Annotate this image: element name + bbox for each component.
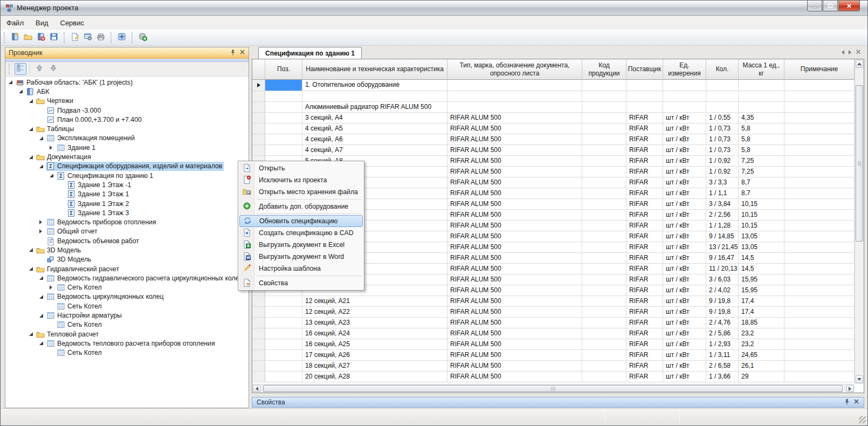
- cell-mass[interactable]: [739, 91, 784, 102]
- vscroll-thumb[interactable]: [856, 85, 863, 242]
- cell-type[interactable]: RIFAR ALUM 500: [447, 350, 582, 361]
- tree-item[interactable]: Рабочая область: 'АБК' (1 projects): [5, 78, 249, 87]
- cell-pos[interactable]: [265, 80, 302, 91]
- expander-closed-icon[interactable]: [39, 220, 42, 224]
- column-header[interactable]: Поставщик: [626, 59, 663, 80]
- cell-code[interactable]: [582, 199, 626, 210]
- close-button[interactable]: [838, 1, 860, 11]
- menu-сервис[interactable]: Сервис: [54, 17, 91, 29]
- cell-note[interactable]: [784, 177, 855, 188]
- cell-name[interactable]: 4 секций, А6: [302, 134, 447, 145]
- column-header[interactable]: Кол.: [706, 59, 739, 80]
- cell-code[interactable]: [582, 145, 626, 156]
- cell-supplier[interactable]: RIFAR: [626, 199, 663, 210]
- expander-open-icon[interactable]: [19, 90, 23, 93]
- hscroll-thumb[interactable]: [263, 385, 843, 392]
- tree-item[interactable]: ΣЗдание 1 Этаж 3: [5, 208, 249, 217]
- cell-supplier[interactable]: RIFAR: [626, 221, 663, 231]
- tree-item[interactable]: Ведомость теплового расчета приборов ото…: [5, 339, 249, 348]
- cell-note[interactable]: [784, 134, 855, 145]
- cell-type[interactable]: [447, 91, 582, 102]
- cell-code[interactable]: [582, 177, 626, 188]
- cell-code[interactable]: [582, 328, 626, 339]
- expander-open-icon[interactable]: [39, 295, 43, 299]
- cell-mass[interactable]: 10,15: [739, 210, 784, 221]
- tree-item[interactable]: АБК: [5, 87, 249, 96]
- cell-code[interactable]: [582, 134, 626, 145]
- cell-unit[interactable]: [663, 80, 706, 91]
- cell-unit[interactable]: шт / кВт: [663, 231, 706, 242]
- cell-pos[interactable]: [265, 307, 302, 318]
- cell-type[interactable]: RIFAR ALUM 500: [447, 156, 582, 167]
- tab-close-icon[interactable]: [856, 49, 861, 56]
- tree-item-content[interactable]: 3D Модель: [46, 255, 93, 264]
- cell-supplier[interactable]: RIFAR: [626, 307, 663, 318]
- cell-unit[interactable]: [663, 91, 706, 102]
- cell-code[interactable]: [582, 372, 626, 382]
- cell-code[interactable]: [582, 361, 626, 372]
- maximize-button[interactable]: [823, 1, 838, 11]
- cell-mass[interactable]: 15,95: [739, 285, 784, 296]
- cell-note[interactable]: [784, 264, 855, 274]
- context-menu-item[interactable]: WВыгрузить документ в Word: [239, 251, 363, 263]
- row-selector-cell[interactable]: [252, 91, 265, 102]
- tree-item[interactable]: Чертежи: [5, 97, 249, 106]
- cell-unit[interactable]: шт / кВт: [663, 221, 706, 231]
- cell-note[interactable]: [784, 361, 855, 372]
- tree-item[interactable]: ΣЗдание 1 Этаж 1: [5, 190, 249, 199]
- cell-type[interactable]: RIFAR ALUM 500: [447, 113, 582, 123]
- cell-supplier[interactable]: [626, 102, 663, 113]
- cell-unit[interactable]: шт / кВт: [663, 285, 706, 296]
- cell-pos[interactable]: [265, 134, 302, 145]
- cell-note[interactable]: [784, 274, 855, 285]
- cell-unit[interactable]: шт / кВт: [663, 113, 706, 123]
- row-selector-cell[interactable]: [252, 113, 265, 123]
- tree-item-content[interactable]: АБК: [25, 87, 51, 96]
- cell-type[interactable]: RIFAR ALUM 500: [447, 210, 582, 221]
- cell-mass[interactable]: 23,2: [739, 339, 784, 350]
- expander-open-icon[interactable]: [29, 155, 33, 159]
- tree-item[interactable]: План 0.000,+3.700 и +7.400: [5, 115, 249, 124]
- close-project-button[interactable]: [35, 31, 47, 44]
- cell-code[interactable]: [582, 264, 626, 274]
- cell-code[interactable]: [582, 318, 626, 328]
- context-menu-item[interactable]: Свойства: [239, 277, 363, 289]
- cell-pos[interactable]: [265, 296, 302, 307]
- cell-type[interactable]: RIFAR ALUM 500: [447, 339, 582, 350]
- context-menu-item[interactable]: Исключить из проекта: [239, 174, 363, 186]
- cell-pos[interactable]: [265, 102, 302, 113]
- tree-item-selected[interactable]: ΣСпецификация оборудования, изделий и ма…: [46, 162, 224, 171]
- cell-supplier[interactable]: RIFAR: [626, 210, 663, 221]
- cell-code[interactable]: [582, 188, 626, 199]
- row-selector-cell[interactable]: [252, 372, 265, 382]
- cell-supplier[interactable]: RIFAR: [626, 253, 663, 264]
- column-header[interactable]: Масса 1 ед., кг: [739, 59, 784, 80]
- table-row[interactable]: 16 секций, А24RIFAR ALUM 500RIFARшт / кВ…: [252, 328, 855, 339]
- tree-item-content[interactable]: Экспликация помещений: [46, 134, 136, 143]
- column-header[interactable]: Ед. измерения: [663, 59, 706, 80]
- cell-type[interactable]: [447, 80, 582, 91]
- cell-note[interactable]: [784, 242, 855, 253]
- column-header[interactable]: Примечание: [784, 59, 855, 80]
- expander-open-icon[interactable]: [29, 127, 33, 131]
- cell-unit[interactable]: шт / кВт: [663, 134, 706, 145]
- cell-qty[interactable]: 9 / 14,85: [706, 231, 739, 242]
- expander-open-icon[interactable]: [39, 341, 43, 345]
- row-selector-cell[interactable]: [252, 296, 265, 307]
- cell-pos[interactable]: [265, 91, 302, 102]
- project-settings-button[interactable]: [81, 31, 94, 44]
- context-menu-item[interactable]: Добавить доп. оборудование: [239, 201, 363, 212]
- cell-name[interactable]: 12 секций, А22: [302, 307, 447, 318]
- tree-item-content[interactable]: Подвал -3.000: [46, 106, 102, 115]
- cell-qty[interactable]: 1 / 0,92: [706, 167, 739, 177]
- cell-qty[interactable]: 13 / 21,45: [706, 242, 739, 253]
- expander-open-icon[interactable]: [39, 164, 43, 168]
- cell-supplier[interactable]: [626, 91, 663, 102]
- cell-qty[interactable]: 1 / 0,92: [706, 156, 739, 167]
- tree-item-content[interactable]: Сеть Котел: [56, 301, 104, 311]
- cell-name[interactable]: Алюминиевый радиатор RIFAR ALUM 500: [302, 102, 447, 113]
- row-selector-cell[interactable]: [252, 350, 265, 361]
- cell-code[interactable]: [582, 210, 626, 221]
- cell-name[interactable]: 3 секций, А4: [302, 113, 447, 123]
- cell-code[interactable]: [582, 123, 626, 134]
